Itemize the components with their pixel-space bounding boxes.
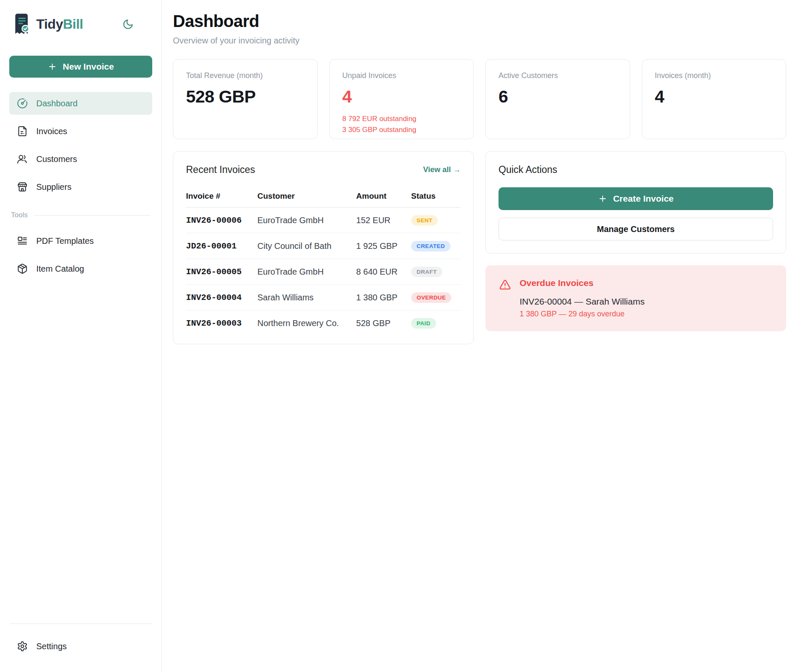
col-status: Status [411,187,461,208]
sidebar-item-dashboard[interactable]: Dashboard [9,92,152,115]
package-icon [17,263,28,274]
main-content: Dashboard Overview of your invoicing act… [162,0,795,672]
sidebar-item-item-catalog[interactable]: Item Catalog [9,257,152,280]
stat-card-total-revenue: Total Revenue (month) 528 GBP [173,59,318,139]
tools-nav: PDF Templates Item Catalog [9,229,152,280]
invoice-number: INV26-00004 [186,285,257,310]
sidebar-item-suppliers[interactable]: Suppliers [9,175,152,198]
users-icon [17,154,28,165]
stats-grid: Total Revenue (month) 528 GBP Unpaid Inv… [173,59,786,139]
sidebar-item-pdf-templates[interactable]: PDF Templates [9,229,152,252]
stat-label: Invoices (month) [655,71,773,80]
page-subtitle: Overview of your invoicing activity [173,36,786,46]
stat-value: 6 [499,87,617,107]
sidebar-item-customers[interactable]: Customers [9,148,152,170]
invoice-amount: 8 640 EUR [356,259,411,285]
create-invoice-label: Create Invoice [613,194,674,204]
tools-label: Tools [11,211,28,219]
table-row[interactable]: INV26-00005 EuroTrade GmbH 8 640 EUR DRA… [186,259,461,285]
stat-sublines: 8 792 EUR outstanding 3 305 GBP outstand… [342,113,461,135]
store-icon [17,181,28,192]
stat-card-active-customers: Active Customers 6 [485,59,630,139]
invoice-number: JD26-00001 [186,233,257,259]
table-row[interactable]: INV26-00004 Sarah Williams 1 380 GBP OVE… [186,285,461,310]
plus-icon [598,194,607,203]
sidebar-footer: Settings [9,623,152,658]
invoice-status-cell: SENT [411,208,461,233]
col-invoice-number: Invoice # [186,187,257,208]
invoice-customer: Northern Brewery Co. [257,310,356,332]
moon-icon [122,19,134,30]
tools-section-header: Tools [11,211,151,219]
sidebar-nav: Dashboard Invoices Customers Suppliers [9,92,152,198]
create-invoice-button[interactable]: Create Invoice [499,187,773,210]
dark-mode-toggle[interactable] [122,19,134,30]
sidebar-item-label: PDF Templates [36,236,94,246]
stat-value: 4 [342,87,461,107]
right-column: Quick Actions Create Invoice Manage Cust… [485,151,786,331]
invoice-amount: 528 GBP [356,310,411,332]
stat-card-invoices-month: Invoices (month) 4 [642,59,787,139]
stat-label: Active Customers [499,71,617,80]
status-badge: DRAFT [411,267,442,277]
sidebar-item-label: Suppliers [36,182,71,192]
sidebar-item-label: Dashboard [36,99,78,108]
invoice-number: INV26-00005 [186,259,257,285]
invoice-customer: EuroTrade GmbH [257,208,356,233]
table-row[interactable]: INV26-00003 Northern Brewery Co. 528 GBP… [186,310,461,332]
invoice-number: INV26-00006 [186,208,257,233]
stat-label: Unpaid Invoices [342,71,461,80]
receipt-logo-icon [13,13,30,35]
col-customer: Customer [257,187,356,208]
quick-actions-title: Quick Actions [499,164,773,175]
quick-actions-panel: Quick Actions Create Invoice Manage Cust… [485,151,786,254]
invoice-customer: EuroTrade GmbH [257,259,356,285]
manage-customers-button[interactable]: Manage Customers [499,218,773,240]
sidebar-item-settings[interactable]: Settings [9,635,152,658]
outstanding-gbp: 3 305 GBP outstanding [342,124,461,135]
new-invoice-label: New Invoice [63,62,114,72]
recent-invoices-title: Recent Invoices [186,164,255,175]
sidebar-item-label: Customers [36,154,77,164]
overdue-invoice-entry[interactable]: INV26-00004 — Sarah Williams [520,297,644,307]
status-badge: PAID [411,318,436,329]
invoice-amount: 1 380 GBP [356,285,411,310]
overdue-alert-body: Overdue Invoices INV26-00004 — Sarah Wil… [520,278,644,318]
stat-value: 528 GBP [186,87,305,107]
table-row[interactable]: JD26-00001 City Council of Bath 1 925 GB… [186,233,461,259]
stat-label: Total Revenue (month) [186,71,305,80]
invoice-amount: 1 925 GBP [356,233,411,259]
divider [35,215,151,216]
invoice-customer: Sarah Williams [257,285,356,310]
sidebar-item-invoices[interactable]: Invoices [9,120,152,143]
overdue-invoice-detail: 1 380 GBP — 29 days overdue [520,310,644,318]
sidebar: TidyBill New Invoice Dashboard Invoices [0,0,162,672]
status-badge: SENT [411,215,438,226]
new-invoice-button[interactable]: New Invoice [9,56,152,78]
status-badge: OVERDUE [411,292,452,303]
table-row[interactable]: INV26-00006 EuroTrade GmbH 152 EUR SENT [186,208,461,233]
logo-row: TidyBill [9,13,152,35]
plus-icon [48,62,57,71]
sidebar-item-label: Invoices [36,127,67,136]
recent-invoices-table: Invoice # Customer Amount Status INV26-0… [186,187,461,331]
gear-icon [17,641,28,652]
template-layout-icon [17,235,28,246]
recent-invoices-panel: Recent Invoices View all → Invoice # Cus… [173,151,474,344]
invoice-file-icon [17,126,28,137]
overdue-alert-title: Overdue Invoices [520,278,644,288]
stat-card-unpaid-invoices: Unpaid Invoices 4 8 792 EUR outstanding … [329,59,474,139]
outstanding-eur: 8 792 EUR outstanding [342,113,461,124]
invoice-customer: City Council of Bath [257,233,356,259]
invoice-number: INV26-00003 [186,310,257,332]
sidebar-item-label: Item Catalog [36,264,84,274]
app-logo: TidyBill [13,13,83,35]
view-all-link[interactable]: View all → [423,165,461,174]
stat-value: 4 [655,87,773,107]
page-title: Dashboard [173,12,786,31]
invoice-status-cell: OVERDUE [411,285,461,310]
invoice-status-cell: PAID [411,310,461,332]
status-badge: CREATED [411,241,450,251]
invoice-status-cell: DRAFT [411,259,461,285]
gauge-icon [17,98,28,109]
